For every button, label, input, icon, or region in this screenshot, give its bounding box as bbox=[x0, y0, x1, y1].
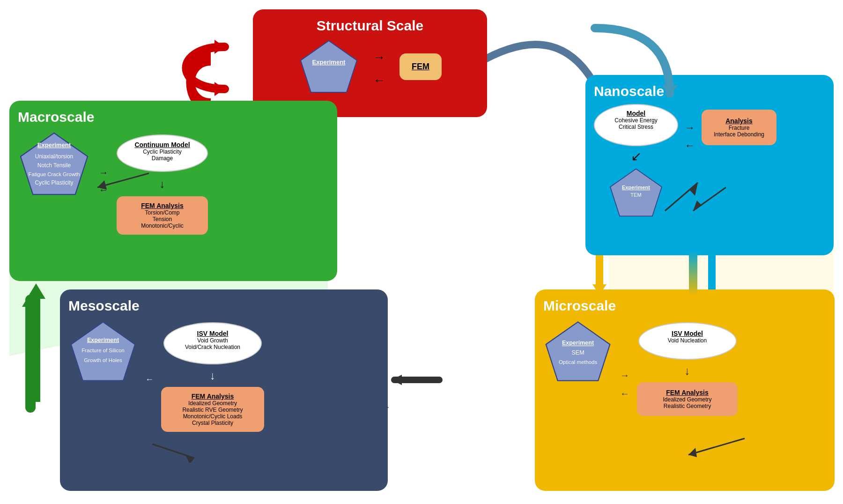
meso-model-label: ISV Model bbox=[173, 330, 252, 337]
nano-to-micro-arrow bbox=[677, 251, 710, 307]
svg-text:Optical methods: Optical methods bbox=[559, 359, 598, 365]
svg-marker-33 bbox=[27, 283, 45, 299]
structural-fem-label: FEM bbox=[412, 62, 429, 71]
svg-text:Experiment: Experiment bbox=[622, 185, 650, 190]
structural-fem-box: FEM bbox=[399, 53, 442, 80]
svg-text:Notch Tensile: Notch Tensile bbox=[37, 162, 71, 169]
svg-marker-29 bbox=[662, 85, 678, 96]
structural-title: Structural Scale bbox=[261, 18, 479, 34]
svg-marker-28 bbox=[214, 40, 225, 54]
svg-marker-27 bbox=[214, 82, 225, 96]
meso-model-item-0: Void Growth bbox=[173, 337, 252, 344]
micro-fem-item-1: Realistic Geometry bbox=[643, 403, 731, 409]
svg-rect-32 bbox=[32, 295, 40, 402]
meso-model-to-fem-arrow: ↓ bbox=[210, 369, 215, 382]
svg-marker-36 bbox=[392, 375, 402, 385]
macro-to-meso-green-arrow bbox=[20, 281, 52, 408]
svg-marker-35 bbox=[688, 448, 697, 457]
macro-title: Macroscale bbox=[18, 109, 329, 125]
micro-experiment-pentagon: Experiment SEM Optical methods bbox=[543, 319, 613, 384]
meso-fem-box: FEM Analysis Idealized Geometry Realisti… bbox=[161, 387, 264, 432]
svg-marker-31 bbox=[684, 294, 702, 306]
nano-analysis-item-0: Fracture bbox=[710, 125, 768, 131]
macro-model-to-experiment-arrow bbox=[93, 166, 154, 194]
macro-model-item-1: Damage bbox=[126, 155, 199, 162]
nano-analysis-label: Analysis bbox=[710, 117, 768, 125]
svg-text:TEM: TEM bbox=[630, 192, 641, 198]
macro-fem-item-2: Monotonic/Cyclic bbox=[123, 222, 201, 229]
nano-analysis-box: Analysis Fracture Interface Debonding bbox=[702, 110, 776, 145]
micro-fem-label: FEM Analysis bbox=[643, 389, 731, 396]
macro-fem-item-0: Torsion/Comp bbox=[123, 209, 201, 216]
meso-model-box: ISV Model Void Growth Void/Crack Nucleat… bbox=[163, 322, 262, 364]
micro-model-box: ISV Model Void Nucleation bbox=[638, 322, 737, 360]
macro-fem-label: FEM Analysis bbox=[123, 202, 201, 209]
micro-fem-to-experiment-arrow bbox=[679, 434, 749, 462]
svg-text:Experiment: Experiment bbox=[312, 59, 346, 66]
macroscale-box: Macroscale Experiment Uniaxial/torsion N… bbox=[9, 101, 337, 281]
meso-fem-to-experiment-arrow bbox=[148, 439, 204, 463]
meso-fem-item-3: Crystal Plasticity bbox=[168, 420, 258, 426]
mesoscale-box: Mesoscale Experiment Fracture of Silicon… bbox=[60, 289, 388, 491]
meso-title: Mesoscale bbox=[68, 298, 379, 314]
meso-fem-item-1: Realistic RVE Geometry bbox=[168, 407, 258, 413]
svg-text:Uniaxial/torsion: Uniaxial/torsion bbox=[35, 153, 73, 160]
structural-experiment-pentagon: Experiment bbox=[298, 38, 359, 95]
svg-rect-30 bbox=[689, 251, 697, 296]
svg-text:Cyclic Plasticity: Cyclic Plasticity bbox=[35, 179, 73, 186]
nano-model-to-experiment-arrow: ↙ bbox=[631, 150, 642, 163]
svg-text:Fatigue Crack Growth: Fatigue Crack Growth bbox=[28, 171, 80, 177]
svg-text:Experiment: Experiment bbox=[87, 337, 119, 343]
micro-arrow-right: → bbox=[620, 370, 629, 381]
meso-experiment-pentagon: Experiment Fracture of Silicon Growth of… bbox=[68, 319, 138, 384]
nano-model-item-1: Critical Stress bbox=[603, 124, 669, 130]
micro-to-meso-arrow bbox=[388, 368, 444, 392]
svg-text:Experiment: Experiment bbox=[37, 141, 71, 148]
svg-text:SEM: SEM bbox=[571, 349, 584, 356]
micro-model-to-fem-arrow: ↓ bbox=[685, 364, 690, 378]
micro-fem-item-0: Idealized Geometry bbox=[643, 396, 731, 403]
micro-fem-box: FEM Analysis Idealized Geometry Realisti… bbox=[637, 382, 738, 416]
macro-experiment-pentagon: Experiment Uniaxial/torsion Notch Tensil… bbox=[18, 130, 90, 198]
macro-fem-box: FEM Analysis Torsion/Comp Tension Monoto… bbox=[117, 196, 208, 235]
micro-model-label: ISV Model bbox=[648, 330, 727, 337]
nano-model-item-0: Cohesive Energy bbox=[603, 117, 669, 124]
svg-text:Growth of Holes: Growth of Holes bbox=[84, 357, 122, 363]
structural-loop-arrow bbox=[164, 37, 234, 98]
micro-arrow-left: ← bbox=[620, 388, 629, 399]
nano-analysis-to-experiment-arrow bbox=[688, 183, 731, 215]
micro-model-item-0: Void Nucleation bbox=[648, 337, 727, 344]
meso-fem-item-2: Monotonic/Cyclic Loads bbox=[168, 413, 258, 420]
nano-analysis-item-1: Interface Debonding bbox=[710, 131, 768, 138]
macro-model-item-0: Cyclic Plasticity bbox=[126, 148, 199, 155]
meso-fem-item-0: Idealized Geometry bbox=[168, 400, 258, 407]
macro-model-to-fem-arrow: ↓ bbox=[160, 178, 165, 191]
svg-marker-39 bbox=[693, 200, 702, 211]
macro-fem-item-1: Tension bbox=[123, 216, 201, 222]
meso-fem-label: FEM Analysis bbox=[168, 393, 258, 400]
svg-text:Experiment: Experiment bbox=[562, 340, 594, 346]
svg-marker-37 bbox=[97, 180, 107, 190]
svg-text:Fracture of Silicon: Fracture of Silicon bbox=[81, 348, 125, 353]
meso-arrow-left: ← bbox=[145, 375, 154, 385]
meso-model-item-1: Void/Crack Nucleation bbox=[173, 344, 252, 350]
structural-to-nano-arrow bbox=[585, 19, 679, 112]
svg-marker-8 bbox=[301, 41, 357, 92]
macro-model-label: Continuum Model bbox=[126, 141, 199, 148]
